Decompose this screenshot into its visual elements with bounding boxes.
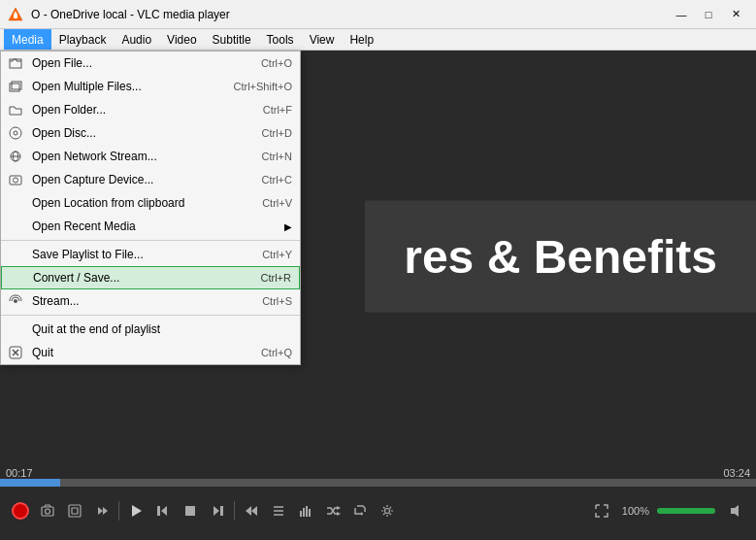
extended-icon xyxy=(379,503,395,519)
snapshot-icon xyxy=(40,503,55,519)
right-controls: 100% xyxy=(589,498,748,523)
svg-marker-38 xyxy=(337,506,341,510)
menu-item-help[interactable]: Help xyxy=(342,29,381,50)
menu-bar: Media Playback Audio Video Subtitle Tool… xyxy=(0,29,756,51)
window-title: O - OneDrive local - VLC media player xyxy=(31,8,230,21)
progress-bar[interactable] xyxy=(0,479,756,487)
minimize-button[interactable]: — xyxy=(669,5,694,24)
menu-open-recent[interactable]: Open Recent Media ▶ xyxy=(1,215,300,238)
open-network-icon xyxy=(9,150,30,163)
open-disc-icon xyxy=(9,126,30,140)
menu-item-subtitle[interactable]: Subtitle xyxy=(205,29,259,50)
svg-rect-3 xyxy=(10,59,21,68)
menu-stream[interactable]: Stream... Ctrl+S xyxy=(1,289,300,313)
svg-rect-34 xyxy=(300,511,302,517)
open-file-icon xyxy=(9,56,30,70)
video-overlay: res & Benefits xyxy=(365,201,756,313)
svg-rect-19 xyxy=(69,505,81,517)
progress-bar-fill xyxy=(0,479,60,487)
menu-item-playback[interactable]: Playback xyxy=(51,29,115,50)
stream-label: Stream... xyxy=(30,294,233,308)
svg-point-18 xyxy=(46,509,50,514)
play-button[interactable] xyxy=(123,498,148,523)
svg-point-12 xyxy=(14,178,18,183)
stop-button[interactable] xyxy=(178,498,203,523)
menu-open-folder[interactable]: Open Folder... Ctrl+F xyxy=(1,98,300,121)
quit-end-label: Quit at the end of playlist xyxy=(30,322,263,336)
svg-marker-42 xyxy=(731,505,739,517)
svg-rect-25 xyxy=(157,506,160,516)
stop-icon xyxy=(182,503,198,519)
menu-open-network[interactable]: Open Network Stream... Ctrl+N xyxy=(1,145,300,168)
menu-convert-save[interactable]: Convert / Save... Ctrl+R xyxy=(1,266,300,289)
frame-advance-button[interactable] xyxy=(89,498,115,523)
open-file-shortcut: Ctrl+O xyxy=(232,57,292,69)
open-folder-shortcut: Ctrl+F xyxy=(234,104,292,116)
record-button[interactable] xyxy=(8,498,33,523)
menu-open-disc[interactable]: Open Disc... Ctrl+D xyxy=(1,121,300,145)
menu-item-audio[interactable]: Audio xyxy=(114,29,159,50)
open-multiple-shortcut: Ctrl+Shift+O xyxy=(204,81,292,92)
open-capture-icon xyxy=(9,173,30,186)
title-bar-left: O - OneDrive local - VLC media player xyxy=(8,7,230,22)
left-controls xyxy=(8,498,115,523)
menu-quit-end[interactable]: Quit at the end of playlist xyxy=(1,318,300,341)
svg-rect-37 xyxy=(309,509,311,517)
menu-open-capture[interactable]: Open Capture Device... Ctrl+C xyxy=(1,168,300,191)
menu-quit[interactable]: Quit Ctrl+Q xyxy=(1,341,300,364)
quit-icon xyxy=(9,346,30,359)
volume-label: 100% xyxy=(622,505,649,517)
svg-point-7 xyxy=(14,131,17,135)
menu-item-view[interactable]: View xyxy=(302,29,343,50)
repeat-button[interactable] xyxy=(347,498,373,523)
svg-rect-26 xyxy=(185,506,195,516)
quit-label: Quit xyxy=(30,346,232,359)
extended-button[interactable] xyxy=(375,498,400,523)
random-button[interactable] xyxy=(320,498,345,523)
expand-button[interactable] xyxy=(266,498,291,523)
record-circle-icon xyxy=(12,502,29,520)
controls-row: 100% xyxy=(0,489,756,532)
svg-marker-21 xyxy=(98,507,103,515)
svg-rect-17 xyxy=(42,507,53,516)
open-multiple-label: Open Multiple Files... xyxy=(30,80,204,93)
menu-open-file[interactable]: Open File... Ctrl+O xyxy=(1,51,300,75)
separator-2 xyxy=(1,315,300,316)
svg-point-13 xyxy=(14,299,17,303)
prev-button[interactable] xyxy=(150,498,176,523)
svg-rect-20 xyxy=(72,508,78,514)
convert-save-label: Convert / Save... xyxy=(31,271,232,285)
close-button[interactable]: ✕ xyxy=(723,5,748,24)
menu-save-playlist[interactable]: Save Playlist to File... Ctrl+Y xyxy=(1,243,300,266)
snapshot-button[interactable] xyxy=(35,498,60,523)
open-multiple-icon xyxy=(9,80,30,93)
maximize-button[interactable]: □ xyxy=(696,5,721,24)
time-current: 00:17 xyxy=(6,467,33,479)
volume-slider[interactable] xyxy=(657,508,715,514)
video-overlay-text: res & Benefits xyxy=(404,231,717,283)
open-capture-shortcut: Ctrl+C xyxy=(233,174,292,186)
open-location-shortcut: Ctrl+V xyxy=(233,197,292,209)
menu-item-media[interactable]: Media xyxy=(4,29,51,50)
menu-open-location[interactable]: Open Location from clipboard Ctrl+V xyxy=(1,191,300,215)
fullscreen-icon xyxy=(594,503,609,519)
open-disc-shortcut: Ctrl+D xyxy=(233,127,292,139)
equalizer-button[interactable] xyxy=(293,498,318,523)
open-capture-label: Open Capture Device... xyxy=(30,173,233,186)
svg-rect-2 xyxy=(15,12,16,15)
menu-item-video[interactable]: Video xyxy=(159,29,204,50)
open-file-label: Open File... xyxy=(30,56,232,70)
skip-back-button[interactable] xyxy=(239,498,264,523)
next-button[interactable] xyxy=(205,498,230,523)
fullscreen-button[interactable] xyxy=(589,498,614,523)
menu-open-multiple[interactable]: Open Multiple Files... Ctrl+Shift+O xyxy=(1,75,300,98)
random-icon xyxy=(325,503,341,519)
loop-frame-icon xyxy=(67,503,82,519)
loop-frame-button[interactable] xyxy=(62,498,87,523)
svg-marker-40 xyxy=(361,512,363,516)
frame-advance-icon xyxy=(94,503,110,519)
time-total: 03:24 xyxy=(723,467,750,479)
mute-button[interactable] xyxy=(723,498,748,523)
menu-item-tools[interactable]: Tools xyxy=(259,29,302,50)
stream-shortcut: Ctrl+S xyxy=(233,295,292,307)
